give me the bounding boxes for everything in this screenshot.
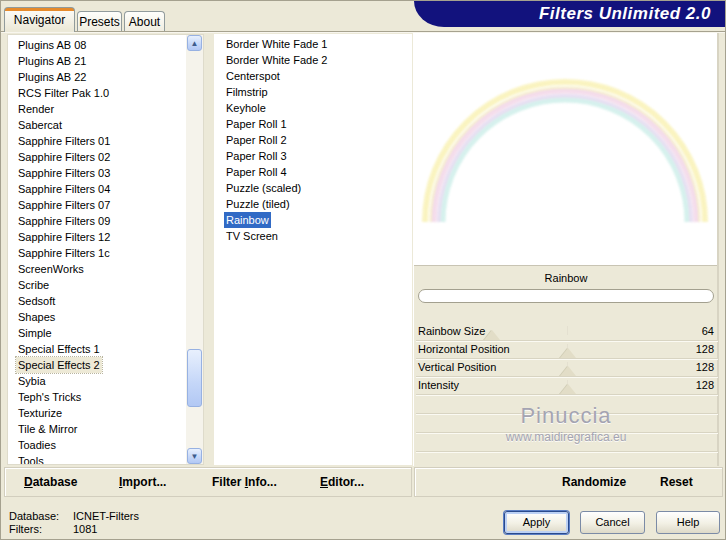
list-item[interactable]: Paper Roll 3: [214, 148, 412, 164]
tab-page-highlight: [1, 32, 725, 33]
list-item[interactable]: ScreenWorks: [8, 261, 186, 277]
list-item[interactable]: Border White Fade 1: [214, 36, 412, 52]
tab-navigator[interactable]: Navigator: [4, 7, 75, 32]
status-filters-value: 1081: [73, 523, 97, 535]
list-item-label: Filmstrip: [224, 84, 270, 100]
scroll-down-icon[interactable]: ▼: [187, 448, 202, 464]
list-item-label: Shapes: [16, 309, 57, 325]
category-list[interactable]: Plugins AB 08Plugins AB 21Plugins AB 22R…: [7, 34, 204, 465]
list-item[interactable]: Teph's Tricks: [8, 389, 186, 405]
list-item[interactable]: Puzzle (tiled): [214, 196, 412, 212]
cancel-button[interactable]: Cancel: [580, 511, 645, 534]
slider-center-tick: [567, 326, 568, 335]
list-item-label: Teph's Tricks: [16, 389, 83, 405]
slider-panel: Rainbow Size64Horizontal Position128Vert…: [416, 323, 718, 452]
list-item[interactable]: Sapphire Filters 07: [8, 197, 186, 213]
list-item-label: Paper Roll 4: [224, 164, 289, 180]
list-item-label: Sedsoft: [16, 293, 57, 309]
list-item-label: Sapphire Filters 1c: [16, 245, 112, 261]
import-button[interactable]: Import...: [119, 475, 166, 489]
scroll-up-icon[interactable]: ▲: [187, 35, 202, 51]
list-item[interactable]: Sapphire Filters 1c: [8, 245, 186, 261]
randomize-button[interactable]: Randomize: [562, 475, 626, 489]
list-item[interactable]: Puzzle (scaled): [214, 180, 412, 196]
slider-thumb[interactable]: [560, 348, 576, 358]
list-item-label: Special Effects 1: [16, 341, 102, 357]
list-item[interactable]: Filmstrip: [214, 84, 412, 100]
editor-button[interactable]: Editor...: [320, 475, 364, 489]
reset-button[interactable]: Reset: [660, 475, 693, 489]
list-item[interactable]: Tile & Mirror: [8, 421, 186, 437]
list-item[interactable]: Keyhole: [214, 100, 412, 116]
list-item[interactable]: Rainbow: [214, 212, 412, 228]
list-item-label: Render: [16, 101, 56, 117]
list-item[interactable]: RCS Filter Pak 1.0: [8, 85, 186, 101]
render-progress-bar: [418, 289, 714, 303]
list-item[interactable]: Paper Roll 2: [214, 132, 412, 148]
slider-label: Vertical Position: [418, 361, 496, 373]
slider-row[interactable]: Rainbow Size64: [416, 323, 718, 341]
list-item[interactable]: Sedsoft: [8, 293, 186, 309]
list-item-label: Sapphire Filters 01: [16, 133, 112, 149]
slider-thumb[interactable]: [484, 330, 500, 340]
list-item[interactable]: Sapphire Filters 09: [8, 213, 186, 229]
list-item[interactable]: Simple: [8, 325, 186, 341]
slider-label: Rainbow Size: [418, 325, 485, 337]
list-item[interactable]: Scribe: [8, 277, 186, 293]
slider-label: Intensity: [418, 379, 459, 391]
list-item-label: Paper Roll 3: [224, 148, 289, 164]
list-item[interactable]: Sabercat: [8, 117, 186, 133]
list-item-label: Paper Roll 1: [224, 116, 289, 132]
list-item-label: Sapphire Filters 02: [16, 149, 112, 165]
list-item-label: ScreenWorks: [16, 261, 86, 277]
status-filters-label: Filters:: [9, 523, 42, 535]
apply-button[interactable]: Apply: [504, 511, 569, 534]
slider-empty-row: [416, 395, 718, 414]
slider-row[interactable]: Vertical Position128: [416, 359, 718, 377]
list-item[interactable]: Border White Fade 2: [214, 52, 412, 68]
list-item[interactable]: Plugins AB 22: [8, 69, 186, 85]
list-item-label: Sapphire Filters 07: [16, 197, 112, 213]
filter-info-button[interactable]: Filter Info...: [212, 475, 277, 489]
list-item[interactable]: Sapphire Filters 03: [8, 165, 186, 181]
list-item[interactable]: Tools: [8, 453, 186, 465]
list-item[interactable]: Special Effects 2: [8, 357, 186, 373]
slider-value: 128: [696, 343, 714, 355]
slider-empty-row: [416, 414, 718, 433]
filter-list[interactable]: Border White Fade 1Border White Fade 2Ce…: [214, 34, 412, 465]
list-item[interactable]: Sapphire Filters 04: [8, 181, 186, 197]
database-button[interactable]: Database: [24, 475, 77, 489]
list-item[interactable]: Special Effects 1: [8, 341, 186, 357]
list-item-label: Plugins AB 08: [16, 37, 89, 53]
list-item[interactable]: Toadies: [8, 437, 186, 453]
list-item[interactable]: Plugins AB 21: [8, 53, 186, 69]
list-item[interactable]: Sapphire Filters 02: [8, 149, 186, 165]
help-button[interactable]: Help: [656, 511, 720, 534]
list-item[interactable]: Sybia: [8, 373, 186, 389]
slider-row[interactable]: Intensity128: [416, 377, 718, 395]
list-item[interactable]: Sapphire Filters 12: [8, 229, 186, 245]
toolbar-right-panel: Randomize Reset: [414, 467, 723, 497]
list-item[interactable]: Centerspot: [214, 68, 412, 84]
tab-about[interactable]: About: [124, 11, 165, 32]
slider-thumb[interactable]: [560, 384, 576, 394]
list-item[interactable]: Paper Roll 4: [214, 164, 412, 180]
slider-row[interactable]: Horizontal Position128: [416, 341, 718, 359]
slider-empty-row: [416, 433, 718, 452]
list-item[interactable]: Plugins AB 08: [8, 37, 186, 53]
list-item[interactable]: TV Screen: [214, 228, 412, 244]
list-item-label: Keyhole: [224, 100, 268, 116]
list-item[interactable]: Paper Roll 1: [214, 116, 412, 132]
list-item[interactable]: Render: [8, 101, 186, 117]
slider-value: 128: [696, 361, 714, 373]
list-item-label: Simple: [16, 325, 54, 341]
list-item[interactable]: Sapphire Filters 01: [8, 133, 186, 149]
list-item-label: Puzzle (tiled): [224, 196, 292, 212]
slider-thumb[interactable]: [560, 366, 576, 376]
list-item[interactable]: Shapes: [8, 309, 186, 325]
scrollbar-thumb[interactable]: [187, 349, 202, 407]
tab-presets[interactable]: Presets: [77, 11, 122, 32]
category-scrollbar[interactable]: ▲ ▼: [186, 35, 203, 464]
list-item[interactable]: Texturize: [8, 405, 186, 421]
slider-label: Horizontal Position: [418, 343, 510, 355]
